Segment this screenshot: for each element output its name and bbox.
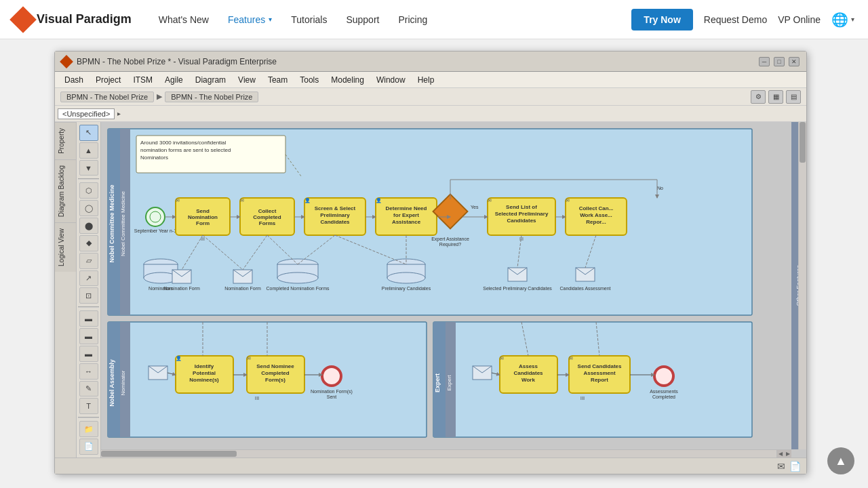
app-window: BPMN - The Nobel Prize * - Visual Paradi… (54, 51, 807, 474)
tool-text[interactable]: T (79, 398, 98, 414)
svg-point-125 (654, 367, 673, 386)
horizontal-scrollbar[interactable] (101, 449, 791, 458)
menu-view[interactable]: View (233, 74, 261, 86)
tool-3[interactable]: ⬤ (79, 218, 98, 234)
menu-team[interactable]: Team (262, 74, 293, 86)
tool-doc[interactable]: 📄 (79, 439, 98, 455)
menu-diagram[interactable]: Diagram (190, 74, 231, 86)
request-demo-link[interactable]: Request Demo (704, 14, 767, 25)
close-button[interactable]: ✕ (789, 57, 800, 66)
svg-text:Report: Report (591, 377, 608, 383)
tool-6[interactable]: ↗ (79, 270, 98, 287)
svg-text:Screen & Select: Screen & Select (315, 205, 356, 211)
title-bar: BPMN - The Nobel Prize * - Visual Paradi… (55, 52, 806, 72)
svg-text:✉: ✉ (566, 198, 570, 203)
tool-4[interactable]: ◆ (79, 235, 98, 251)
tool-2[interactable]: ◯ (79, 200, 98, 216)
menu-modeling[interactable]: Modeling (326, 74, 370, 86)
tool-up[interactable]: ▲ (79, 142, 98, 159)
svg-text:for Expert: for Expert (393, 212, 419, 218)
minimize-button[interactable]: ─ (759, 57, 770, 66)
maximize-button[interactable]: □ (774, 57, 785, 66)
tool-select[interactable]: ↖ (79, 125, 98, 141)
nav-pricing[interactable]: Pricing (398, 14, 427, 25)
nav-whats-new[interactable]: What's New (159, 14, 209, 25)
vp-online-link[interactable]: VP Online (778, 14, 821, 25)
tool-10[interactable]: ▬ (79, 346, 98, 362)
scroll-top-icon: ▲ (835, 454, 847, 468)
svg-text:Assessments: Assessments (650, 389, 678, 394)
breadcrumb-separator: ▶ (157, 92, 162, 101)
side-tab-diagram-backlog[interactable]: Diagram Backlog (55, 159, 76, 222)
svg-text:✉: ✉ (500, 356, 504, 361)
logo-text: Visual Paradigm (37, 12, 132, 26)
svg-text:Work Asse...: Work Asse... (580, 212, 612, 218)
language-selector[interactable]: 🌐 ▾ (831, 12, 854, 28)
tool-5[interactable]: ▱ (79, 253, 98, 269)
menu-window[interactable]: Window (371, 74, 411, 86)
vertical-scrollbar-thumb[interactable] (800, 122, 806, 163)
scroll-corner[interactable]: ◀ ▶ (776, 449, 791, 458)
unspecified-bar: <Unspecified> ▸ (55, 106, 806, 122)
tool-folder[interactable]: 📁 (79, 421, 98, 437)
nav-tutorials[interactable]: Tutorials (291, 14, 327, 25)
tool-8[interactable]: ▬ (79, 310, 98, 327)
menu-tools[interactable]: Tools (294, 74, 324, 86)
tool-down[interactable]: ▼ (79, 160, 98, 176)
toolbar: ↖ ▲ ▼ ⬡ ◯ ⬤ ◆ ▱ ↗ ⊡ ▬ ▬ ▬ ↔ ✎ T 📁 📄 (77, 122, 101, 458)
breadcrumb-icon-btn-3[interactable]: ▤ (786, 90, 801, 104)
email-icon[interactable]: ✉ (777, 461, 785, 472)
svg-point-20 (146, 207, 165, 226)
diagram-svg: Nobel Committee Medicine Nobel Committee… (101, 122, 806, 458)
svg-text:Nomination Form(s): Nomination Form(s) (311, 389, 353, 394)
tool-7[interactable]: ⊡ (79, 287, 98, 304)
svg-text:Assessment: Assessment (583, 370, 615, 376)
vertical-scrollbar[interactable] (798, 122, 806, 449)
svg-text:Form(s): Form(s) (265, 377, 285, 383)
menu-itsm[interactable]: ITSM (127, 74, 158, 86)
breadcrumb-item-2[interactable]: BPMN - The Nobel Prize (165, 92, 258, 102)
tool-9[interactable]: ▬ (79, 328, 98, 344)
nav-links: What's New Features ▾ Tutorials Support … (159, 14, 632, 25)
globe-icon: 🌐 (831, 12, 848, 28)
breadcrumb-icons: ⚙ ▦ ▤ (751, 90, 801, 104)
svg-text:Nomination: Nomination (188, 214, 218, 220)
menu-help[interactable]: Help (412, 74, 440, 86)
breadcrumb-item-1[interactable]: BPMN - The Nobel Prize (60, 92, 154, 102)
try-now-button[interactable]: Try Now (631, 9, 692, 30)
svg-point-107 (322, 367, 341, 386)
svg-text:Completed: Completed (261, 370, 289, 376)
left-side-panel: Property Diagram Backlog Logical View (55, 122, 77, 458)
menu-agile[interactable]: Agile (159, 74, 189, 86)
logo[interactable]: Visual Paradigm (14, 10, 132, 29)
svg-text:Potential: Potential (193, 370, 216, 376)
tool-arrow[interactable]: ↔ (79, 363, 98, 380)
menu-project[interactable]: Project (90, 74, 126, 86)
document-icon[interactable]: 📄 (789, 461, 801, 472)
svg-text:Nomination Form: Nomination Form (224, 286, 261, 291)
side-tab-property[interactable]: Property (55, 122, 76, 159)
tool-pen[interactable]: ✎ (79, 381, 98, 397)
svg-text:Collect Can...: Collect Can... (579, 205, 614, 211)
svg-text:Nominator: Nominator (120, 370, 126, 395)
svg-text:👤: 👤 (176, 355, 182, 361)
side-tab-logical-view[interactable]: Logical View (55, 222, 76, 272)
language-dropdown-icon: ▾ (851, 16, 854, 23)
nav-features[interactable]: Features ▾ (228, 14, 272, 25)
svg-text:September Year n-1: September Year n-1 (134, 228, 176, 234)
nav-support[interactable]: Support (346, 14, 379, 25)
horizontal-scrollbar-thumb[interactable] (101, 451, 237, 457)
canvas-area[interactable]: Nobel Committee Medicine Nobel Committee… (101, 122, 806, 458)
breadcrumb-icon-btn-1[interactable]: ⚙ (751, 90, 766, 104)
tool-1[interactable]: ⬡ (79, 182, 98, 199)
svg-text:✉: ✉ (240, 198, 244, 203)
nav-right: Try Now Request Demo VP Online 🌐 ▾ (631, 9, 854, 30)
svg-text:Candidates Assessment: Candidates Assessment (559, 286, 610, 291)
menu-dash[interactable]: Dash (59, 74, 89, 86)
breadcrumb-icon-btn-2[interactable]: ▦ (768, 90, 783, 104)
status-bar: ✉ 📄 (55, 458, 806, 474)
scroll-to-top-button[interactable]: ▲ (827, 447, 854, 474)
svg-text:Form: Form (196, 220, 210, 226)
unspecified-selector[interactable]: <Unspecified> (58, 108, 115, 119)
svg-text:III: III (255, 395, 260, 401)
